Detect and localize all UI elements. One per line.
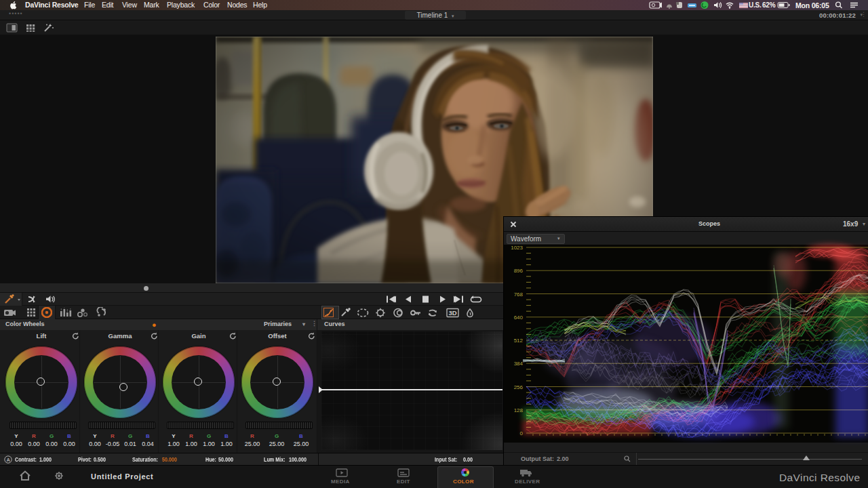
- svg-text:1023: 1023: [511, 245, 523, 251]
- svg-text:3D: 3D: [449, 309, 457, 317]
- svg-text:128: 128: [514, 407, 524, 413]
- svg-text:62%: 62%: [762, 1, 776, 9]
- svg-text:A: A: [6, 457, 10, 463]
- svg-text:0: 0: [520, 430, 524, 436]
- svg-text:896: 896: [514, 268, 524, 274]
- svg-text:768: 768: [514, 291, 524, 298]
- svg-text:Mon 06:05: Mon 06:05: [795, 1, 829, 9]
- svg-text:256: 256: [514, 384, 524, 390]
- svg-text:U.S.: U.S.: [749, 1, 762, 9]
- svg-text:512: 512: [514, 338, 524, 344]
- svg-text:384: 384: [514, 361, 524, 367]
- svg-text:640: 640: [514, 314, 524, 321]
